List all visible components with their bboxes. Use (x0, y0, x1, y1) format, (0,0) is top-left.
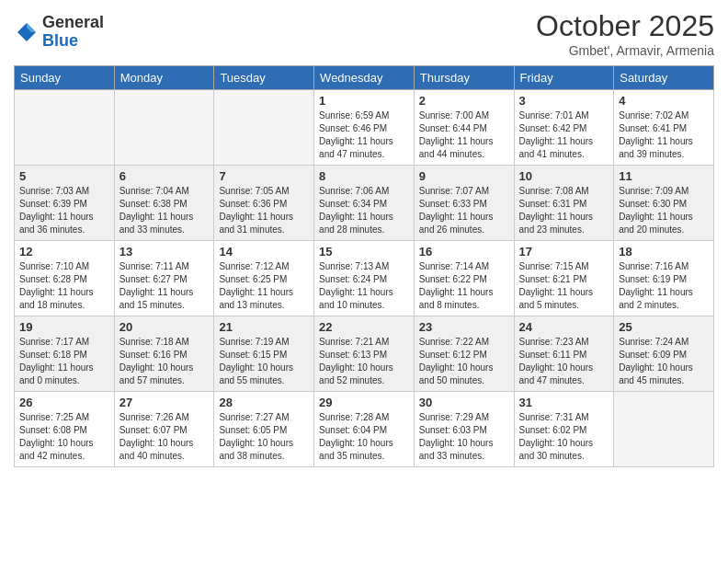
day-number: 10 (519, 169, 609, 183)
calendar-cell: 26Sunrise: 7:25 AM Sunset: 6:08 PM Dayli… (15, 392, 115, 467)
day-number: 24 (519, 320, 609, 334)
day-info: Sunrise: 7:23 AM Sunset: 6:11 PM Dayligh… (519, 336, 609, 387)
day-number: 2 (419, 94, 509, 108)
calendar-cell: 22Sunrise: 7:21 AM Sunset: 6:13 PM Dayli… (314, 316, 415, 392)
logo-general-text: General (42, 14, 104, 32)
day-number: 15 (319, 245, 409, 259)
calendar-week-row: 5Sunrise: 7:03 AM Sunset: 6:39 PM Daylig… (15, 166, 714, 241)
day-number: 21 (219, 320, 309, 334)
day-info: Sunrise: 7:05 AM Sunset: 6:36 PM Dayligh… (219, 185, 309, 236)
day-info: Sunrise: 7:24 AM Sunset: 6:09 PM Dayligh… (619, 336, 709, 387)
day-info: Sunrise: 7:15 AM Sunset: 6:21 PM Dayligh… (519, 260, 609, 312)
calendar-cell: 31Sunrise: 7:31 AM Sunset: 6:02 PM Dayli… (514, 392, 614, 467)
day-number: 18 (619, 245, 709, 259)
day-info: Sunrise: 7:31 AM Sunset: 6:02 PM Dayligh… (519, 411, 609, 463)
calendar-week-row: 12Sunrise: 7:10 AM Sunset: 6:28 PM Dayli… (15, 241, 714, 316)
day-info: Sunrise: 7:19 AM Sunset: 6:15 PM Dayligh… (219, 336, 309, 387)
day-info: Sunrise: 7:04 AM Sunset: 6:38 PM Dayligh… (119, 185, 210, 236)
day-info: Sunrise: 7:08 AM Sunset: 6:31 PM Dayligh… (519, 185, 609, 236)
day-number: 16 (419, 245, 509, 259)
day-info: Sunrise: 7:21 AM Sunset: 6:13 PM Dayligh… (319, 336, 409, 387)
day-info: Sunrise: 7:12 AM Sunset: 6:25 PM Dayligh… (219, 260, 309, 312)
day-number: 9 (419, 169, 509, 183)
calendar-cell: 18Sunrise: 7:16 AM Sunset: 6:19 PM Dayli… (614, 241, 714, 316)
day-number: 26 (19, 396, 109, 409)
day-info: Sunrise: 7:28 AM Sunset: 6:04 PM Dayligh… (319, 411, 409, 463)
calendar-week-row: 1Sunrise: 6:59 AM Sunset: 6:46 PM Daylig… (15, 90, 714, 166)
calendar-cell: 24Sunrise: 7:23 AM Sunset: 6:11 PM Dayli… (514, 316, 614, 392)
day-info: Sunrise: 7:07 AM Sunset: 6:33 PM Dayligh… (419, 185, 509, 236)
day-info: Sunrise: 7:11 AM Sunset: 6:27 PM Dayligh… (119, 260, 210, 312)
calendar-cell: 23Sunrise: 7:22 AM Sunset: 6:12 PM Dayli… (414, 316, 514, 392)
day-info: Sunrise: 7:29 AM Sunset: 6:03 PM Dayligh… (419, 411, 509, 463)
calendar-week-row: 19Sunrise: 7:17 AM Sunset: 6:18 PM Dayli… (15, 316, 714, 392)
day-info: Sunrise: 7:26 AM Sunset: 6:07 PM Dayligh… (119, 411, 210, 463)
logo-blue-text: Blue (42, 32, 104, 51)
day-number: 23 (419, 320, 509, 334)
calendar-header-row: Sunday Monday Tuesday Wednesday Thursday… (15, 66, 714, 90)
day-number: 11 (619, 169, 709, 183)
calendar-cell: 28Sunrise: 7:27 AM Sunset: 6:05 PM Dayli… (214, 392, 314, 467)
day-number: 13 (119, 245, 210, 259)
day-info: Sunrise: 7:06 AM Sunset: 6:34 PM Dayligh… (319, 185, 409, 236)
calendar-cell: 21Sunrise: 7:19 AM Sunset: 6:15 PM Dayli… (214, 316, 314, 392)
day-number: 27 (119, 396, 210, 409)
day-number: 28 (219, 396, 309, 409)
day-number: 25 (619, 320, 709, 334)
month-title: October 2025 (536, 9, 714, 43)
col-wednesday: Wednesday (314, 66, 415, 90)
day-info: Sunrise: 7:02 AM Sunset: 6:41 PM Dayligh… (619, 109, 709, 161)
day-info: Sunrise: 7:14 AM Sunset: 6:22 PM Dayligh… (419, 260, 509, 312)
calendar-cell: 12Sunrise: 7:10 AM Sunset: 6:28 PM Dayli… (15, 241, 115, 316)
calendar-cell: 8Sunrise: 7:06 AM Sunset: 6:34 PM Daylig… (314, 166, 415, 241)
calendar-cell: 1Sunrise: 6:59 AM Sunset: 6:46 PM Daylig… (314, 90, 415, 166)
day-info: Sunrise: 7:13 AM Sunset: 6:24 PM Dayligh… (319, 260, 409, 312)
calendar-cell: 11Sunrise: 7:09 AM Sunset: 6:30 PM Dayli… (614, 166, 714, 241)
day-number: 20 (119, 320, 210, 334)
day-number: 19 (19, 320, 109, 334)
day-number: 4 (619, 94, 709, 108)
logo: General Blue (14, 14, 104, 51)
col-saturday: Saturday (614, 66, 714, 90)
day-number: 22 (319, 320, 409, 334)
logo-icon (14, 19, 40, 45)
day-info: Sunrise: 7:25 AM Sunset: 6:08 PM Dayligh… (19, 411, 109, 463)
calendar-cell: 5Sunrise: 7:03 AM Sunset: 6:39 PM Daylig… (15, 166, 115, 241)
calendar-cell: 9Sunrise: 7:07 AM Sunset: 6:33 PM Daylig… (414, 166, 514, 241)
col-sunday: Sunday (15, 66, 115, 90)
calendar-cell: 2Sunrise: 7:00 AM Sunset: 6:44 PM Daylig… (414, 90, 514, 166)
calendar-cell: 16Sunrise: 7:14 AM Sunset: 6:22 PM Dayli… (414, 241, 514, 316)
logo-text: General Blue (42, 14, 104, 51)
col-tuesday: Tuesday (214, 66, 314, 90)
location-subtitle: Gmbet', Armavir, Armenia (536, 43, 714, 58)
calendar-cell: 15Sunrise: 7:13 AM Sunset: 6:24 PM Dayli… (314, 241, 415, 316)
calendar-cell: 27Sunrise: 7:26 AM Sunset: 6:07 PM Dayli… (114, 392, 214, 467)
calendar-cell: 30Sunrise: 7:29 AM Sunset: 6:03 PM Dayli… (414, 392, 514, 467)
day-number: 17 (519, 245, 609, 259)
day-info: Sunrise: 7:22 AM Sunset: 6:12 PM Dayligh… (419, 336, 509, 387)
calendar-cell: 14Sunrise: 7:12 AM Sunset: 6:25 PM Dayli… (214, 241, 314, 316)
day-number: 29 (319, 396, 409, 409)
col-monday: Monday (114, 66, 214, 90)
calendar-cell (15, 90, 115, 166)
calendar-cell: 13Sunrise: 7:11 AM Sunset: 6:27 PM Dayli… (114, 241, 214, 316)
calendar-cell: 6Sunrise: 7:04 AM Sunset: 6:38 PM Daylig… (114, 166, 214, 241)
calendar-cell: 10Sunrise: 7:08 AM Sunset: 6:31 PM Dayli… (514, 166, 614, 241)
day-number: 1 (319, 94, 409, 108)
calendar-table: Sunday Monday Tuesday Wednesday Thursday… (14, 65, 714, 467)
day-number: 5 (19, 169, 109, 183)
day-info: Sunrise: 6:59 AM Sunset: 6:46 PM Dayligh… (319, 109, 409, 161)
calendar-cell (614, 392, 714, 467)
header: General Blue October 2025 Gmbet', Armavi… (14, 9, 714, 58)
calendar-cell: 29Sunrise: 7:28 AM Sunset: 6:04 PM Dayli… (314, 392, 415, 467)
day-info: Sunrise: 7:27 AM Sunset: 6:05 PM Dayligh… (219, 411, 309, 463)
title-block: October 2025 Gmbet', Armavir, Armenia (536, 9, 714, 58)
calendar-cell: 17Sunrise: 7:15 AM Sunset: 6:21 PM Dayli… (514, 241, 614, 316)
col-friday: Friday (514, 66, 614, 90)
day-info: Sunrise: 7:16 AM Sunset: 6:19 PM Dayligh… (619, 260, 709, 312)
day-number: 6 (119, 169, 210, 183)
day-info: Sunrise: 7:01 AM Sunset: 6:42 PM Dayligh… (519, 109, 609, 161)
day-number: 7 (219, 169, 309, 183)
calendar-week-row: 26Sunrise: 7:25 AM Sunset: 6:08 PM Dayli… (15, 392, 714, 467)
day-info: Sunrise: 7:18 AM Sunset: 6:16 PM Dayligh… (119, 336, 210, 387)
